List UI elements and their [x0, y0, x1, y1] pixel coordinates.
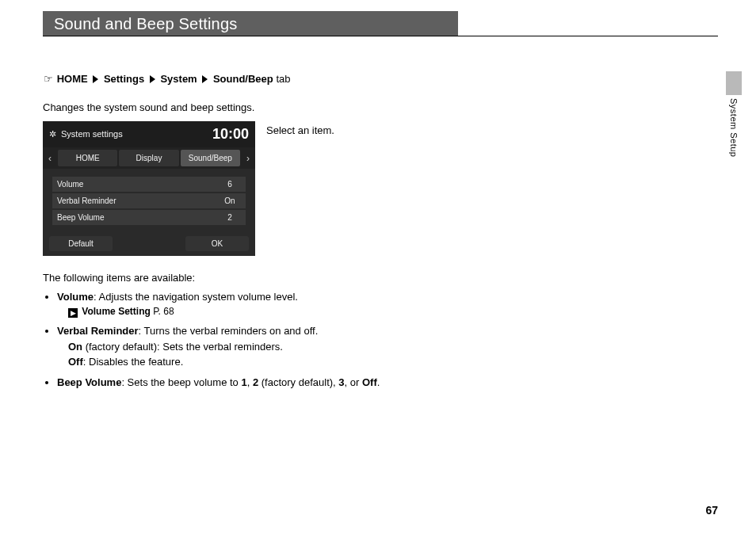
device-header-title: System settings	[61, 128, 123, 141]
beep-c4: .	[377, 376, 380, 388]
device-default-button: Default	[49, 236, 113, 251]
bullet-volume: Volume: Adjusts the navigation system vo…	[57, 289, 718, 319]
device-row-label: Verbal Reminder	[57, 195, 116, 207]
bullet-beep: Beep Volume: Sets the beep volume to 1, …	[57, 375, 718, 391]
device-row-value: 2	[219, 212, 241, 223]
breadcrumb-suffix: tab	[273, 73, 291, 85]
breadcrumb-item-system: System	[160, 73, 197, 85]
bullet-volume-desc: : Adjusts the navigation system volume l…	[94, 291, 298, 303]
title-bar: Sound and Beep Settings	[43, 11, 718, 36]
bullet-beep-desc-pre: : Sets the beep volume to	[121, 376, 241, 388]
chevron-right-icon	[202, 75, 208, 83]
bullet-beep-name: Beep Volume	[57, 376, 121, 388]
device-screenshot: ✲ System settings 10:00 ‹ HOME Display S…	[43, 121, 255, 256]
chevron-left-icon: ‹	[43, 151, 57, 166]
beep-c2: (factory default),	[258, 376, 338, 388]
chevron-right-icon	[93, 75, 98, 83]
device-row-beep: Beep Volume 2	[52, 210, 246, 225]
beep-v1: 1	[241, 376, 246, 388]
side-tab-box	[726, 71, 742, 95]
verbal-on-desc: (factory default): Sets the verbal remin…	[82, 341, 283, 353]
title-rule	[43, 36, 718, 36]
device-time: 10:00	[212, 124, 249, 145]
beep-c3: , or	[345, 376, 362, 388]
hand-icon: ☞	[43, 71, 54, 87]
page-number: 67	[705, 504, 718, 517]
bullet-volume-name: Volume	[57, 291, 94, 303]
verbal-off-label: Off	[68, 356, 83, 368]
device-row-label: Beep Volume	[57, 212, 105, 223]
verbal-on-label: On	[68, 341, 82, 353]
section-label: System Setup	[729, 98, 739, 157]
beep-v3: 3	[338, 376, 344, 388]
available-intro: The following items are available:	[43, 270, 718, 286]
beep-v4: Off	[362, 376, 377, 388]
chevron-right-icon	[150, 75, 155, 83]
device-row-verbal: Verbal Reminder On	[52, 193, 246, 208]
device-tab-home: HOME	[58, 150, 117, 166]
bullet-verbal-name: Verbal Reminder	[57, 325, 139, 337]
intro-text: Changes the system sound and beep settin…	[43, 100, 718, 116]
breadcrumb: ☞ HOME Settings System Sound/Beep tab	[43, 71, 718, 87]
breadcrumb-item-settings: Settings	[104, 73, 144, 85]
link-icon: ▶	[68, 308, 78, 318]
device-row-label: Volume	[57, 178, 83, 190]
device-row-value: 6	[219, 178, 241, 190]
bullet-verbal: Verbal Reminder: Turns the verbal remind…	[57, 323, 718, 370]
verbal-off-desc: : Disables the feature.	[83, 356, 183, 368]
device-tab-soundbeep: Sound/Beep	[181, 150, 240, 166]
chevron-right-icon: ›	[241, 151, 255, 166]
device-ok-button: OK	[185, 236, 249, 251]
volume-link-label: Volume Setting	[82, 306, 150, 317]
beep-c1: ,	[247, 376, 253, 388]
breadcrumb-item-home: HOME	[57, 73, 88, 85]
volume-link-page: P. 68	[151, 306, 174, 317]
page-title: Sound and Beep Settings	[43, 11, 458, 36]
gear-icon: ✲	[49, 128, 56, 141]
device-tab-display: Display	[119, 150, 178, 166]
instruction-text: Select an item.	[266, 121, 334, 139]
breadcrumb-item-soundbeep: Sound/Beep	[213, 73, 273, 85]
bullet-verbal-desc: : Turns the verbal reminders on and off.	[139, 325, 319, 337]
device-row-volume: Volume 6	[52, 177, 246, 192]
device-tabs: ‹ HOME Display Sound/Beep ›	[43, 147, 255, 169]
device-row-value: On	[219, 195, 241, 207]
